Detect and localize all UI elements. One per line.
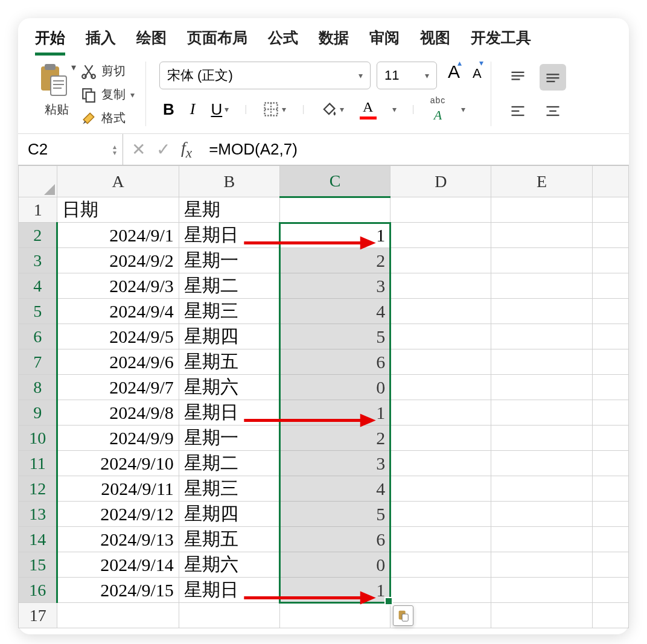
- cell-B1[interactable]: 星期: [179, 197, 279, 223]
- cell-C16[interactable]: 1: [279, 578, 390, 603]
- align-left-button[interactable]: [505, 98, 531, 124]
- cell-A11[interactable]: 2024/9/10: [57, 451, 179, 476]
- cell-A6[interactable]: 2024/9/5: [57, 324, 179, 349]
- formula-input[interactable]: =MOD(A2,7): [200, 140, 629, 159]
- cell-E12[interactable]: [491, 476, 592, 502]
- cell-E3[interactable]: [491, 248, 592, 273]
- ribbon-tab-5[interactable]: 数据: [319, 25, 349, 56]
- cell-E9[interactable]: [491, 400, 592, 426]
- bold-button[interactable]: B: [163, 100, 174, 119]
- row-header-13[interactable]: 13: [19, 502, 57, 527]
- cancel-formula-button[interactable]: ✕: [132, 139, 145, 159]
- cell-C10[interactable]: 2: [279, 426, 390, 451]
- cell-A13[interactable]: 2024/9/12: [57, 502, 179, 527]
- cell-D8[interactable]: [390, 375, 491, 400]
- column-header-C[interactable]: C: [279, 166, 390, 197]
- row-header-6[interactable]: 6: [19, 324, 57, 349]
- ribbon-tab-4[interactable]: 公式: [268, 25, 298, 56]
- row-header-12[interactable]: 12: [19, 476, 57, 502]
- row-header-15[interactable]: 15: [19, 552, 57, 578]
- cell-D10[interactable]: [390, 426, 491, 451]
- cell-B14[interactable]: 星期五: [179, 527, 279, 552]
- cell-B17[interactable]: [179, 603, 279, 628]
- column-header-A[interactable]: A: [57, 166, 179, 197]
- cell-D3[interactable]: [390, 248, 491, 273]
- cell-C8[interactable]: 0: [279, 375, 390, 400]
- cell-C1[interactable]: [279, 197, 390, 223]
- accept-formula-button[interactable]: ✓: [156, 139, 170, 159]
- cell-D7[interactable]: [390, 349, 491, 375]
- cell-E10[interactable]: [491, 426, 592, 451]
- row-header-3[interactable]: 3: [19, 248, 57, 273]
- cell-D11[interactable]: [390, 451, 491, 476]
- cell-B11[interactable]: 星期二: [179, 451, 279, 476]
- cell-A3[interactable]: 2024/9/2: [57, 248, 179, 273]
- ribbon-tab-1[interactable]: 插入: [86, 25, 116, 56]
- cell-C6[interactable]: 5: [279, 324, 390, 349]
- cell-D6[interactable]: [390, 324, 491, 349]
- phonetic-guide-button[interactable]: abcA: [430, 95, 446, 123]
- paste-dropdown-icon[interactable]: ▾: [71, 62, 76, 73]
- cell-E14[interactable]: [491, 527, 592, 552]
- cell-C5[interactable]: 4: [279, 299, 390, 324]
- column-header-E[interactable]: E: [491, 166, 592, 197]
- cell-E16[interactable]: [491, 578, 592, 603]
- shrink-font-button[interactable]: A▾: [473, 66, 486, 81]
- spreadsheet-grid[interactable]: ABCDE 1日期星期22024/9/1星期日132024/9/2星期一2420…: [18, 165, 629, 634]
- ribbon-tab-6[interactable]: 审阅: [369, 25, 400, 56]
- cell-D2[interactable]: [390, 223, 491, 248]
- row-header-7[interactable]: 7: [19, 349, 57, 375]
- cell-B13[interactable]: 星期四: [179, 502, 279, 527]
- cell-C13[interactable]: 5: [279, 502, 390, 527]
- cell-A15[interactable]: 2024/9/14: [57, 552, 179, 578]
- phonetic-dropdown[interactable]: ▾: [461, 104, 465, 114]
- cell-B3[interactable]: 星期一: [179, 248, 279, 273]
- font-color-dropdown[interactable]: ▾: [392, 104, 397, 114]
- column-header-B[interactable]: B: [179, 166, 279, 197]
- format-painter-button[interactable]: 格式: [81, 110, 135, 126]
- cell-C3[interactable]: 2: [279, 248, 390, 273]
- fx-icon[interactable]: fx: [181, 138, 192, 161]
- cell-A4[interactable]: 2024/9/3: [57, 273, 179, 299]
- row-header-5[interactable]: 5: [19, 299, 57, 324]
- cell-A16[interactable]: 2024/9/15: [57, 578, 179, 603]
- cell-C15[interactable]: 0: [279, 552, 390, 578]
- row-header-9[interactable]: 9: [19, 400, 57, 426]
- cell-E17[interactable]: [491, 603, 592, 628]
- cell-C7[interactable]: 6: [279, 349, 390, 375]
- cell-E5[interactable]: [491, 299, 592, 324]
- cell-A9[interactable]: 2024/9/8: [57, 400, 179, 426]
- ribbon-tab-3[interactable]: 页面布局: [187, 25, 247, 56]
- align-center-button[interactable]: [540, 98, 566, 124]
- cell-B5[interactable]: 星期三: [179, 299, 279, 324]
- cell-E8[interactable]: [491, 375, 592, 400]
- row-header-1[interactable]: 1: [19, 197, 57, 223]
- cell-E2[interactable]: [491, 223, 592, 248]
- cell-B12[interactable]: 星期三: [179, 476, 279, 502]
- cell-A1[interactable]: 日期: [57, 197, 179, 223]
- cell-E15[interactable]: [491, 552, 592, 578]
- font-size-select[interactable]: 11 ▾: [377, 62, 437, 89]
- name-box[interactable]: C2 ▴▾: [18, 134, 123, 165]
- cell-C9[interactable]: 1: [279, 400, 390, 426]
- cell-D13[interactable]: [390, 502, 491, 527]
- align-middle-button[interactable]: [540, 64, 566, 91]
- row-header-8[interactable]: 8: [19, 375, 57, 400]
- cell-B16[interactable]: 星期日: [179, 578, 279, 603]
- cell-A12[interactable]: 2024/9/11: [57, 476, 179, 502]
- row-header-10[interactable]: 10: [19, 426, 57, 451]
- cell-B9[interactable]: 星期日: [179, 400, 279, 426]
- cell-D16[interactable]: [390, 578, 491, 603]
- cell-D12[interactable]: [390, 476, 491, 502]
- row-header-17[interactable]: 17: [19, 603, 57, 628]
- cell-A14[interactable]: 2024/9/13: [57, 527, 179, 552]
- cell-B4[interactable]: 星期二: [179, 273, 279, 299]
- cell-E7[interactable]: [491, 349, 592, 375]
- fill-color-button[interactable]: ▾: [320, 101, 344, 118]
- row-header-16[interactable]: 16: [19, 578, 57, 603]
- italic-button[interactable]: I: [190, 100, 196, 118]
- cell-A5[interactable]: 2024/9/4: [57, 299, 179, 324]
- copy-button[interactable]: 复制 ▾: [81, 86, 135, 103]
- cell-E11[interactable]: [491, 451, 592, 476]
- row-header-11[interactable]: 11: [19, 451, 57, 476]
